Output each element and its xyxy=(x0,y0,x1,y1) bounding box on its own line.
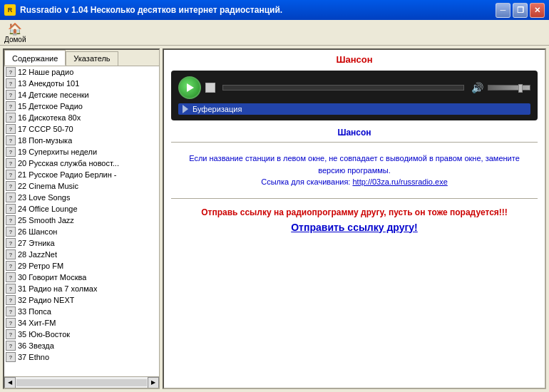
scroll-left-button[interactable]: ◀ xyxy=(4,377,16,388)
app-icon: R xyxy=(4,4,16,16)
list-item[interactable]: ?32 Радио NEXT xyxy=(4,294,159,306)
now-playing: Шансон xyxy=(171,128,538,138)
list-item[interactable]: ?25 Smooth Jazz xyxy=(4,215,159,226)
buffer-text: Буферизация xyxy=(193,105,242,113)
station-title: Шансон xyxy=(171,54,538,65)
station-name: 31 Радио на 7 холмах xyxy=(18,284,97,293)
titlebar-buttons: ─ ❐ ✕ xyxy=(496,3,545,18)
station-list-scroll[interactable]: ?12 Наше радио?13 Анекдоты 101?14 Детски… xyxy=(4,66,159,376)
titlebar: R Russradio v 1.04 Несколько десятков ин… xyxy=(0,0,549,20)
station-icon: ? xyxy=(6,341,16,351)
list-item[interactable]: ?17 СССР 50-70 xyxy=(4,123,159,135)
list-item[interactable]: ?16 Дискотека 80х xyxy=(4,112,159,123)
volume-thumb xyxy=(518,84,523,93)
tab-contents[interactable]: Содержание xyxy=(4,50,66,66)
list-item[interactable]: ?23 Love Songs xyxy=(4,192,159,203)
station-list-container: ?12 Наше радио?13 Анекдоты 101?14 Детски… xyxy=(4,66,159,388)
progress-bar[interactable] xyxy=(222,85,464,91)
station-icon: ? xyxy=(6,170,16,180)
station-name: 24 Office Lounge xyxy=(18,205,78,213)
volume-icon: 🔊 xyxy=(471,82,483,93)
list-item[interactable]: ?36 Звезда xyxy=(4,340,159,351)
list-item[interactable]: ?18 Поп-музыка xyxy=(4,135,159,146)
station-icon: ? xyxy=(6,90,16,100)
restore-button[interactable]: ❐ xyxy=(513,3,528,18)
station-name: 28 JazzNet xyxy=(18,250,57,259)
play-button[interactable] xyxy=(178,76,201,99)
station-name: 13 Анекдоты 101 xyxy=(18,79,79,88)
list-item[interactable]: ?24 Office Lounge xyxy=(4,203,159,215)
toolbar: 🏠 Домой xyxy=(0,20,549,46)
station-name: 23 Love Songs xyxy=(18,193,70,202)
station-icon: ? xyxy=(6,135,16,145)
list-item[interactable]: ?14 Детские песенки xyxy=(4,89,159,100)
station-icon: ? xyxy=(6,284,16,294)
station-name: 19 Суперхиты недели xyxy=(18,148,97,156)
list-item[interactable]: ?15 Детское Радио xyxy=(4,100,159,112)
list-item[interactable]: ?37 Ethno xyxy=(4,351,159,363)
station-name: 14 Детские песенки xyxy=(18,91,89,99)
list-item[interactable]: ?31 Радио на 7 холмах xyxy=(4,283,159,294)
station-name: 36 Звезда xyxy=(18,341,54,350)
station-name: 16 Дискотека 80х xyxy=(18,113,81,122)
station-icon: ? xyxy=(6,329,16,339)
station-name: 33 Попса xyxy=(18,307,51,316)
station-name: 15 Детское Радио xyxy=(18,102,83,110)
player-controls: 🔊 xyxy=(178,76,530,99)
station-name: 25 Smooth Jazz xyxy=(18,216,74,225)
station-icon: ? xyxy=(6,318,16,328)
station-icon: ? xyxy=(6,261,16,271)
close-button[interactable]: ✕ xyxy=(530,3,545,18)
station-icon: ? xyxy=(6,272,16,282)
station-name: 26 Шансон xyxy=(18,227,57,236)
list-item[interactable]: ?35 Юю-Восток xyxy=(4,329,159,340)
station-icon: ? xyxy=(6,124,16,134)
volume-slider[interactable] xyxy=(488,85,530,91)
list-item[interactable]: ?33 Попса xyxy=(4,306,159,317)
right-panel: Шансон 🔊 Буферизация xyxy=(163,48,546,389)
buffer-arrow-icon xyxy=(183,105,188,113)
info-message: Если название станции в левом окне, не с… xyxy=(178,153,530,188)
home-button[interactable]: 🏠 Домой xyxy=(4,21,26,43)
tab-index[interactable]: Указатель xyxy=(66,51,118,66)
list-item[interactable]: ?27 Этника xyxy=(4,237,159,249)
list-item[interactable]: ?34 Хит-FM xyxy=(4,317,159,329)
station-icon: ? xyxy=(6,101,16,111)
station-name: 17 СССР 50-70 xyxy=(18,125,73,133)
horizontal-scrollbar[interactable]: ◀ ▶ xyxy=(4,376,159,388)
list-item[interactable]: ?22 Cinema Music xyxy=(4,180,159,192)
download-link[interactable]: http://03za.ru/russradio.exe xyxy=(352,177,447,186)
stop-button[interactable] xyxy=(205,83,215,93)
station-name: 27 Этника xyxy=(18,239,55,247)
list-item[interactable]: ?30 Говорит Москва xyxy=(4,272,159,283)
station-name: 34 Хит-FM xyxy=(18,319,56,327)
station-icon: ? xyxy=(6,67,16,77)
station-name: 35 Юю-Восток xyxy=(18,330,70,339)
station-icon: ? xyxy=(6,181,16,191)
right-content: Шансон 🔊 Буферизация xyxy=(164,50,545,388)
station-icon: ? xyxy=(6,113,16,123)
list-item[interactable]: ?26 Шансон xyxy=(4,226,159,237)
station-icon: ? xyxy=(6,306,16,316)
list-item[interactable]: ?13 Анекдоты 101 xyxy=(4,78,159,89)
list-item[interactable]: ?29 Ретро FM xyxy=(4,260,159,272)
station-name: 37 Ethno xyxy=(18,353,49,361)
station-icon: ? xyxy=(6,249,16,259)
list-item[interactable]: ?21 Русское Радио Берлин - xyxy=(4,169,159,180)
station-icon: ? xyxy=(6,295,16,305)
scroll-right-button[interactable]: ▶ xyxy=(148,377,159,388)
station-icon: ? xyxy=(6,192,16,202)
list-item[interactable]: ?19 Суперхиты недели xyxy=(4,146,159,158)
station-name: 29 Ретро FM xyxy=(18,262,63,270)
minimize-button[interactable]: ─ xyxy=(496,3,510,18)
station-name: 12 Наше радио xyxy=(18,68,73,76)
list-item[interactable]: ?12 Наше радио xyxy=(4,66,159,78)
send-link-button[interactable]: Отправить ссылку другу! xyxy=(171,222,538,233)
divider1 xyxy=(171,142,538,143)
station-icon: ? xyxy=(6,352,16,362)
list-item[interactable]: ?28 JazzNet xyxy=(4,249,159,260)
station-name: 30 Говорит Москва xyxy=(18,273,86,282)
list-item[interactable]: ?20 Русская служба новост... xyxy=(4,158,159,169)
station-name: 32 Радио NEXT xyxy=(18,296,74,304)
left-panel: Содержание Указатель ?12 Наше радио?13 А… xyxy=(3,48,160,389)
